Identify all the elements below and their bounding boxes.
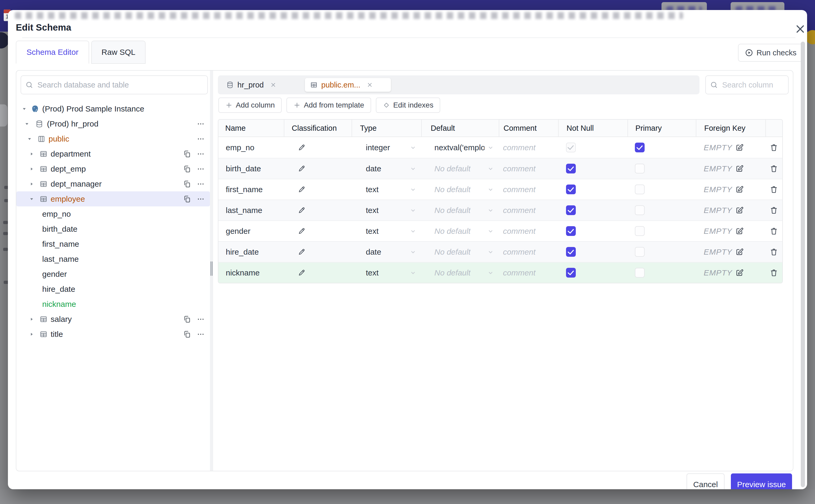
default-select[interactable]: No default (421, 221, 499, 241)
panel-resize-handle[interactable] (210, 71, 213, 471)
tree-item-dept-manager[interactable]: dept_manager (16, 176, 210, 191)
pencil-icon[interactable] (298, 206, 306, 214)
type-select[interactable]: text (351, 200, 421, 220)
pencil-icon[interactable] (298, 165, 306, 173)
caret-down-icon[interactable] (27, 137, 32, 141)
tree-item-gender[interactable]: gender (16, 266, 210, 282)
kebab-icon[interactable] (197, 120, 205, 128)
caret-right-icon[interactable] (30, 332, 34, 336)
tree-item-nickname[interactable]: nickname (16, 297, 210, 312)
primary-checkbox[interactable] (635, 185, 645, 194)
type-select[interactable]: date (351, 242, 421, 262)
pencil-icon[interactable] (298, 144, 306, 152)
copy-icon[interactable] (183, 315, 191, 323)
tab-raw-sql[interactable]: Raw SQL (91, 41, 146, 64)
column-name-cell[interactable]: birth_date (218, 158, 284, 179)
edit-indexes-button[interactable]: Edit indexes (376, 98, 441, 113)
kebab-icon[interactable] (197, 180, 205, 188)
trash-icon[interactable] (770, 143, 778, 152)
column-name-cell[interactable]: nickname (218, 263, 284, 283)
tree-item-last-name[interactable]: last_name (16, 251, 210, 266)
kebab-icon[interactable] (197, 315, 205, 323)
comment-input[interactable]: comment (499, 179, 558, 200)
copy-icon[interactable] (183, 330, 191, 338)
run-checks-button[interactable]: Run checks (738, 44, 803, 62)
preview-issue-button[interactable]: Preview issue (731, 473, 792, 489)
tree-item--prod-prod-sample-instance[interactable]: (Prod) Prod Sample Instance (16, 101, 210, 116)
pencil-icon[interactable] (298, 186, 306, 193)
type-select[interactable]: text (351, 179, 421, 200)
column-search-input[interactable] (722, 80, 784, 90)
comment-input[interactable]: comment (499, 263, 558, 283)
copy-icon[interactable] (183, 195, 191, 203)
comment-input[interactable]: comment (499, 137, 558, 158)
comment-input[interactable]: comment (499, 242, 558, 262)
edit-icon[interactable] (735, 227, 744, 235)
not-null-checkbox[interactable] (566, 247, 576, 257)
comment-input[interactable]: comment (499, 158, 558, 179)
database-search-input[interactable] (37, 80, 203, 90)
pencil-icon[interactable] (298, 227, 306, 235)
chip-close-icon[interactable] (270, 82, 276, 88)
caret-down-icon[interactable] (30, 197, 34, 201)
caret-right-icon[interactable] (30, 182, 34, 186)
type-select[interactable]: text (351, 263, 421, 283)
caret-right-icon[interactable] (30, 317, 34, 321)
primary-checkbox[interactable] (635, 268, 645, 278)
column-name-cell[interactable]: emp_no (218, 137, 284, 158)
kebab-icon[interactable] (197, 150, 205, 158)
kebab-icon[interactable] (197, 165, 205, 173)
trash-icon[interactable] (770, 227, 778, 235)
column-name-cell[interactable]: gender (218, 221, 284, 241)
not-null-checkbox[interactable] (566, 268, 576, 278)
edit-icon[interactable] (735, 269, 744, 277)
tree-item-employee[interactable]: employee (16, 191, 210, 206)
chip-hr-prod[interactable]: hr_prod (221, 78, 298, 92)
type-select[interactable]: text (351, 221, 421, 241)
copy-icon[interactable] (183, 165, 191, 173)
trash-icon[interactable] (770, 269, 778, 277)
trash-icon[interactable] (770, 206, 778, 215)
caret-down-icon[interactable] (25, 122, 29, 126)
copy-icon[interactable] (183, 150, 191, 158)
tree-item-title[interactable]: title (16, 327, 210, 342)
not-null-checkbox[interactable] (566, 185, 576, 194)
kebab-icon[interactable] (197, 330, 205, 338)
trash-icon[interactable] (770, 185, 778, 194)
copy-icon[interactable] (183, 180, 191, 188)
pencil-icon[interactable] (298, 248, 306, 256)
tree-item-dept-emp[interactable]: dept_emp (16, 161, 210, 176)
primary-checkbox[interactable] (635, 226, 645, 236)
trash-icon[interactable] (770, 248, 778, 256)
chip-public-employee[interactable]: public.em... (305, 78, 391, 92)
default-select[interactable]: No default (421, 200, 499, 220)
tree-item--prod-hr-prod[interactable]: (Prod) hr_prod (16, 116, 210, 131)
caret-down-icon[interactable] (22, 107, 26, 111)
close-button[interactable] (794, 23, 807, 35)
comment-input[interactable]: comment (499, 200, 558, 220)
modal-scrollbar[interactable] (801, 42, 805, 487)
chip-close-icon[interactable] (366, 82, 373, 88)
default-select[interactable]: No default (421, 263, 499, 283)
tree-item-hire-date[interactable]: hire_date (16, 282, 210, 297)
primary-checkbox[interactable] (635, 205, 645, 215)
type-select[interactable]: date (351, 158, 421, 179)
edit-icon[interactable] (735, 248, 744, 256)
pencil-icon[interactable] (298, 269, 306, 277)
primary-checkbox[interactable] (635, 247, 645, 257)
not-null-checkbox[interactable] (566, 226, 576, 236)
column-name-cell[interactable]: last_name (218, 200, 284, 220)
column-name-cell[interactable]: hire_date (218, 242, 284, 262)
default-select[interactable]: No default (421, 158, 499, 179)
tab-schema-editor[interactable]: Schema Editor (16, 41, 89, 64)
type-select[interactable]: integer (351, 137, 421, 158)
default-select[interactable]: nextval('employ (421, 137, 499, 158)
tree-item-department[interactable]: department (16, 146, 210, 161)
tree-item-public[interactable]: public (16, 131, 210, 146)
edit-icon[interactable] (735, 206, 744, 215)
tree-item-emp-no[interactable]: emp_no (16, 206, 210, 221)
not-null-checkbox[interactable] (566, 164, 576, 173)
not-null-checkbox[interactable] (566, 205, 576, 215)
tree-item-first-name[interactable]: first_name (16, 236, 210, 251)
kebab-icon[interactable] (197, 195, 205, 203)
